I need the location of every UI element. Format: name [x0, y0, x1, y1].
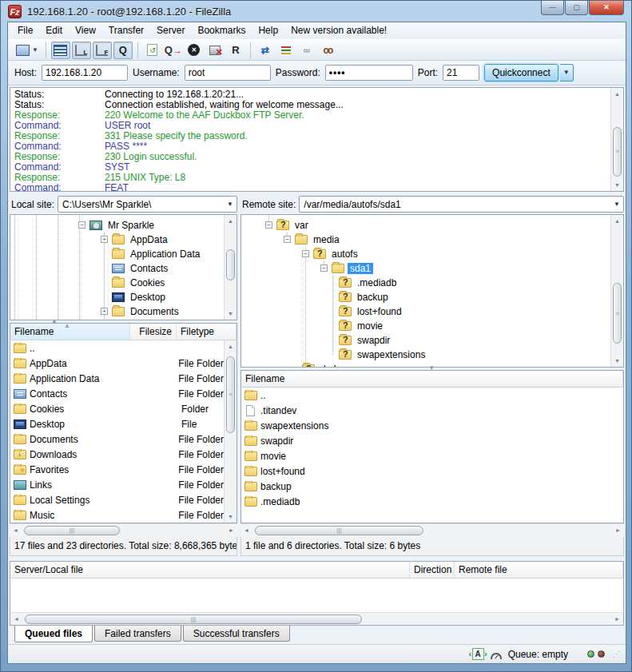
scrollbar-thumb[interactable]: ||| [25, 614, 362, 624]
tree-item-appdata[interactable]: +AppData [10, 233, 237, 247]
file-row-backup[interactable]: backup [241, 479, 623, 495]
scroll-left-arrow[interactable]: ◄ [10, 524, 22, 537]
file-row-mediadb[interactable]: .mediadb [241, 495, 623, 510]
tab-queued-files[interactable]: Queued files [14, 625, 93, 642]
column-header-remote-file[interactable]: Remote file [455, 562, 623, 578]
scroll-up-arrow[interactable]: ▲ [225, 215, 237, 227]
scroll-down-arrow[interactable]: ▼ [611, 355, 623, 367]
scroll-down-arrow[interactable]: ▼ [225, 511, 237, 523]
file-row-swapdir[interactable]: swapdir [241, 434, 623, 449]
collapse-expander[interactable]: − [302, 250, 309, 257]
column-header-server-local-file[interactable]: Server/Local file [10, 562, 410, 578]
menu-transfer[interactable]: Transfer [102, 23, 150, 38]
refresh-button[interactable]: ↺ [143, 42, 162, 59]
scrollbar-thumb[interactable]: ||| [255, 526, 423, 535]
tree-item-documents[interactable]: +Documents [10, 304, 237, 319]
scroll-down-arrow[interactable]: ▼ [611, 179, 623, 191]
tree-item-swapextensions[interactable]: swapextensions [241, 348, 623, 362]
menu-new-version[interactable]: New version available! [284, 23, 393, 38]
file-row-parent[interactable]: .. [241, 388, 623, 404]
column-header-filesize[interactable]: Filesize [130, 324, 177, 340]
local-list-hscrollbar[interactable]: ◄ ► ||| [10, 523, 237, 537]
file-row-favorites[interactable]: FavoritesFile Folder [10, 463, 224, 478]
scroll-right-arrow[interactable]: ► [611, 613, 623, 626]
file-row-cookies[interactable]: CookiesFolder [10, 402, 224, 417]
file-row-contacts[interactable]: ContactsFile Folder [10, 387, 224, 402]
username-input[interactable] [185, 65, 271, 81]
menu-view[interactable]: View [69, 23, 102, 38]
file-row-swapextensions[interactable]: swapextensions [241, 419, 623, 434]
tab-failed-transfers[interactable]: Failed transfers [94, 626, 181, 642]
column-header-filename[interactable]: Filename [241, 371, 623, 387]
tree-item-mr-sparkle[interactable]: −Mr Sparkle [10, 218, 237, 233]
file-row-titandev[interactable]: .titandev [241, 404, 623, 419]
column-header-filetype[interactable]: Filetype [177, 324, 237, 340]
remote-splitter-sash[interactable]: ▼ [240, 368, 624, 370]
scrollbar-thumb[interactable] [226, 249, 235, 280]
tree-item-desktop[interactable]: Desktop [10, 290, 237, 304]
tree-item-swapdir[interactable]: swapdir [241, 333, 623, 348]
file-row-downloads[interactable]: DownloadsFile Folder [10, 447, 224, 463]
scrollbar-thumb[interactable]: ≡ [613, 127, 622, 177]
file-row-application-data[interactable]: Application DataFile Folder [10, 372, 224, 387]
disconnect-button[interactable]: ✕ [205, 42, 225, 59]
file-row-movie[interactable]: movie [241, 449, 623, 464]
find-files-button[interactable]: oo [318, 42, 337, 59]
queue-body[interactable] [10, 579, 624, 612]
process-queue-button[interactable]: Q→ [164, 42, 183, 59]
quickconnect-dropdown[interactable]: ▼ [560, 64, 574, 82]
combo-dropdown-icon[interactable]: ▼ [224, 201, 237, 208]
resize-grip[interactable]: ⋰ [613, 650, 621, 658]
file-row-local-settings[interactable]: Local SettingsFile Folder [10, 493, 224, 508]
site-manager-dropdown[interactable]: ▼ [32, 46, 38, 54]
tree-item-application-data[interactable]: Application Data [10, 247, 237, 261]
file-row-lost-found[interactable]: lost+found [241, 464, 623, 479]
menu-bookmarks[interactable]: Bookmarks [191, 23, 252, 38]
local-tree-scrollbar[interactable]: ▲ ▼ [224, 215, 237, 320]
minimize-button[interactable]: — [541, 1, 564, 15]
scroll-up-arrow[interactable]: ▲ [225, 340, 237, 352]
toggle-local-tree-button[interactable]: L [72, 42, 91, 59]
tree-item-sda1[interactable]: −sda1 [241, 261, 623, 276]
tree-item-var[interactable]: −var [241, 218, 623, 233]
tab-successful-transfers[interactable]: Successful transfers [183, 626, 290, 642]
tree-item-autofs[interactable]: −autofs [241, 247, 623, 261]
expand-expander[interactable]: + [101, 236, 108, 243]
remote-list-hscrollbar[interactable]: ◄ ► ||| [240, 523, 624, 537]
directory-comparison-button[interactable]: ⇄ [256, 42, 275, 59]
toggle-remote-tree-button[interactable]: F [93, 42, 112, 59]
port-input[interactable] [443, 65, 479, 81]
file-row-appdata[interactable]: AppDataFile Folder [10, 356, 224, 372]
scroll-down-arrow[interactable]: ▼ [225, 308, 237, 320]
tree-item-lost-found[interactable]: lost+found [241, 304, 623, 319]
cancel-operation-button[interactable]: ✕ [185, 42, 204, 59]
maximize-button[interactable]: ▢ [565, 1, 588, 15]
file-row-links[interactable]: LinksFile Folder [10, 478, 224, 493]
tree-item-mediadb[interactable]: .mediadb [241, 276, 623, 290]
scrollbar-thumb[interactable]: ≡ [613, 283, 622, 344]
password-input[interactable] [325, 65, 413, 81]
title-bar[interactable]: Fz 192.168.1.20 - root@192.168.1.20 - Fi… [1, 1, 631, 22]
scrollbar-thumb[interactable]: ||| [24, 526, 120, 535]
log-scrollbar[interactable]: ▲ ≡ ▼ [610, 88, 623, 191]
collapse-expander[interactable]: − [284, 236, 291, 243]
file-row-desktop[interactable]: DesktopFile [10, 417, 224, 432]
close-button[interactable]: ✕ [589, 1, 624, 15]
scroll-up-arrow[interactable]: ▲ [611, 215, 623, 227]
local-path-combo[interactable]: C:\Users\Mr Sparkle\ ▼ [58, 196, 237, 213]
speed-limits-icon[interactable] [491, 653, 502, 659]
quickconnect-button[interactable]: Quickconnect [484, 64, 558, 82]
file-row-parent[interactable]: .. [10, 341, 224, 356]
scroll-up-arrow[interactable]: ▲ [611, 88, 623, 100]
reconnect-button[interactable]: R [226, 42, 245, 59]
collapse-expander[interactable]: − [320, 264, 328, 272]
remote-path-combo[interactable]: /var/media/autofs/sda1 ▼ [299, 196, 624, 213]
local-list-scrollbar[interactable]: ▲ ≡ ▼ [224, 340, 237, 523]
remote-tree-scrollbar[interactable]: ▲ ≡ ▼ [610, 215, 623, 367]
menu-server[interactable]: Server [150, 23, 191, 38]
collapse-expander[interactable]: − [78, 221, 85, 229]
combo-dropdown-icon[interactable]: ▼ [610, 201, 623, 208]
transfer-type-auto-icon[interactable]: A [472, 648, 484, 660]
toggle-queue-button[interactable]: Q [113, 42, 133, 59]
file-row-documents[interactable]: DocumentsFile Folder [10, 432, 224, 447]
